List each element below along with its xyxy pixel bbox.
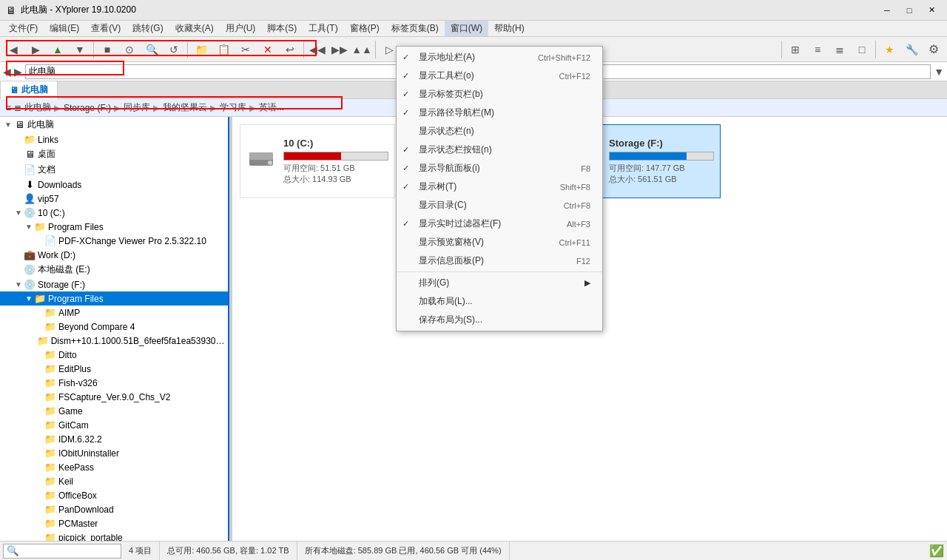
menu-row-item[interactable]: 显示树(T)Shift+F8 bbox=[397, 178, 602, 196]
menu-row-item[interactable]: 显示标签页栏(b) bbox=[397, 85, 602, 104]
menu-file[interactable]: 文件(F) bbox=[3, 21, 44, 36]
expand-icon[interactable]: ▼ bbox=[13, 280, 24, 289]
tree-item[interactable]: 👤vip57 bbox=[0, 192, 228, 206]
bc-part-study[interactable]: 学习库 bbox=[220, 101, 246, 114]
addr-fwd-icon[interactable]: ▶ bbox=[14, 66, 22, 78]
close-button[interactable]: ✕ bbox=[922, 3, 941, 18]
bc-part-computer[interactable]: 此电脑 bbox=[24, 101, 51, 114]
expand-icon[interactable]: ▼ bbox=[24, 294, 34, 303]
drive-item[interactable]: 10 (C:)可用空间: 51.51 GB总大小: 114.93 GB bbox=[240, 124, 395, 198]
addr-back-icon[interactable]: ◀ bbox=[3, 66, 11, 78]
view-btn1[interactable]: ⊞ bbox=[785, 39, 806, 60]
undo-button[interactable]: ↩ bbox=[280, 39, 300, 60]
tree-item[interactable]: 📄PDF-XChange Viewer Pro 2.5.322.10 bbox=[0, 234, 228, 248]
tree-item[interactable]: 💼Work (D:) bbox=[0, 248, 228, 262]
up-button[interactable]: ▲ bbox=[47, 39, 68, 60]
bc-part-sync[interactable]: 同步库 bbox=[124, 101, 150, 114]
menu-help[interactable]: 帮助(H) bbox=[488, 21, 530, 36]
menu-tabset[interactable]: 标签页集(B) bbox=[385, 21, 445, 36]
refresh-button[interactable]: ↺ bbox=[164, 39, 184, 60]
nav-fwd-button[interactable]: ▶▶ bbox=[329, 39, 350, 60]
folder-button[interactable]: 📁 bbox=[191, 39, 212, 60]
tree-item[interactable]: 📁FSCapture_Ver.9.0_Chs_V2 bbox=[0, 390, 228, 404]
tree-item[interactable]: 📁PanDownload bbox=[0, 502, 228, 516]
statusbar-search[interactable] bbox=[3, 544, 121, 559]
menu-row-item[interactable]: 显示信息面板(P)F12 bbox=[397, 252, 602, 270]
tree-item[interactable]: ▼💿Storage (F:) bbox=[0, 277, 228, 291]
tree-item[interactable]: 📁Game bbox=[0, 404, 228, 418]
tree-item[interactable]: 📁Links bbox=[0, 132, 228, 146]
tree-item[interactable]: 💿本地磁盘 (E:) bbox=[0, 262, 228, 277]
tree-item[interactable]: 📁EditPlus bbox=[0, 362, 228, 376]
nav-up-button[interactable]: ▲▲ bbox=[351, 39, 372, 60]
tree-item[interactable]: 📁picpick_portable bbox=[0, 530, 228, 541]
bc-part-nutcloud[interactable]: 我的坚果云 bbox=[163, 101, 207, 114]
menu-row-item[interactable]: 排列(G)▶ bbox=[397, 274, 602, 292]
forward-button[interactable]: ▶ bbox=[25, 39, 46, 60]
menu-row-item[interactable]: 显示状态栏按钮(n) bbox=[397, 141, 602, 159]
tree-item[interactable]: 📁Beyond Compare 4 bbox=[0, 320, 228, 334]
view-btn4[interactable]: □ bbox=[852, 39, 872, 60]
tree-item[interactable]: ⬇Downloads bbox=[0, 178, 228, 192]
delete-button[interactable]: ✕ bbox=[257, 39, 278, 60]
menu-edit[interactable]: 编辑(E) bbox=[44, 21, 85, 36]
search-button[interactable]: ⊙ bbox=[119, 39, 140, 60]
menu-row-item[interactable]: 显示目录(C)Ctrl+F8 bbox=[397, 196, 602, 215]
tree-item[interactable]: 📁AIMP bbox=[0, 306, 228, 320]
bookmark-button[interactable]: ★ bbox=[879, 39, 900, 60]
back-button[interactable]: ◀ bbox=[3, 39, 24, 60]
menu-row-item[interactable]: 显示导航面板(i)F8 bbox=[397, 159, 602, 178]
home-button[interactable]: ■ bbox=[97, 39, 118, 60]
nav-back-button[interactable]: ◀◀ bbox=[307, 39, 328, 60]
tree-item[interactable]: 📄文档 bbox=[0, 162, 228, 178]
tree-item[interactable]: 📁PCMaster bbox=[0, 516, 228, 530]
menu-view[interactable]: 查看(V) bbox=[85, 21, 127, 36]
tree-item[interactable]: 📁IDM.6.32.2 bbox=[0, 432, 228, 446]
menu-favorites[interactable]: 收藏夹(A) bbox=[169, 21, 220, 36]
tree-item[interactable]: 📁Dism++10.1.1000.51B_6feef5fa1ea53930ecd… bbox=[0, 334, 228, 348]
tree-item[interactable]: 📁Ditto bbox=[0, 348, 228, 362]
tools-button[interactable]: 🔧 bbox=[901, 39, 922, 60]
menu-row-item[interactable]: 显示地址栏(A)Ctrl+Shift+F12 bbox=[397, 48, 602, 67]
tree-item[interactable]: 🖥桌面 bbox=[0, 146, 228, 162]
view-btn2[interactable]: ≡ bbox=[807, 39, 828, 60]
tree-item[interactable]: 📁IObitUninstaller bbox=[0, 446, 228, 460]
menu-window[interactable]: 窗口(W) bbox=[445, 21, 488, 36]
minimize-button[interactable]: ─ bbox=[877, 3, 897, 18]
menu-pane[interactable]: 窗格(P) bbox=[344, 21, 385, 36]
tree-item[interactable]: ▼📁Program Files bbox=[0, 220, 228, 234]
bc-list-icon[interactable]: ≣ bbox=[14, 103, 21, 113]
menu-row-item[interactable]: 保存布局为(S)... bbox=[397, 311, 602, 329]
view-btn3[interactable]: ≣ bbox=[829, 39, 850, 60]
copy-button[interactable]: 📋 bbox=[213, 39, 234, 60]
menu-user[interactable]: 用户(U) bbox=[220, 21, 262, 36]
expand-icon[interactable]: ▼ bbox=[3, 121, 13, 129]
expand-icon[interactable]: ▼ bbox=[13, 209, 24, 217]
find-button[interactable]: 🔍 bbox=[141, 39, 162, 60]
cut-button[interactable]: ✂ bbox=[235, 39, 256, 60]
bc-menu-icon[interactable]: ≡ bbox=[6, 103, 11, 113]
menu-tools[interactable]: 工具(T) bbox=[303, 21, 343, 36]
menu-row-item[interactable]: 加载布局(L)... bbox=[397, 292, 602, 311]
tree-item[interactable]: 📁KeePass bbox=[0, 460, 228, 474]
tree-item[interactable]: ▼🖥此电脑 bbox=[0, 117, 228, 132]
tab-this-computer[interactable]: 🖥 此电脑 bbox=[0, 81, 58, 99]
menu-script[interactable]: 脚本(S) bbox=[261, 21, 303, 36]
tree-item[interactable]: ▼📁Program Files bbox=[0, 291, 228, 306]
down-button[interactable]: ▼ bbox=[70, 39, 90, 60]
addr-dropdown-icon[interactable]: ▼ bbox=[934, 66, 944, 78]
menu-row-item[interactable]: 显示实时过滤器栏(F)Alt+F3 bbox=[397, 215, 602, 233]
tree-item[interactable]: 📁GitCam bbox=[0, 418, 228, 432]
tree-item[interactable]: ▼💿10 (C:) bbox=[0, 206, 228, 220]
tree-item[interactable]: 📁Fish-v326 bbox=[0, 376, 228, 390]
menu-goto[interactable]: 跳转(G) bbox=[127, 21, 169, 36]
settings-button[interactable]: ⚙ bbox=[923, 39, 944, 60]
bc-part-storage[interactable]: Storage (F:) bbox=[64, 103, 111, 113]
bc-part-english[interactable]: 英语... bbox=[259, 101, 284, 114]
menu-row-item[interactable]: 显示工具栏(o)Ctrl+F12 bbox=[397, 67, 602, 85]
menu-row-item[interactable]: 显示预览窗格(V)Ctrl+F11 bbox=[397, 233, 602, 252]
maximize-button[interactable]: □ bbox=[900, 3, 919, 18]
menu-row-item[interactable]: 显示状态栏(n) bbox=[397, 122, 602, 141]
menu-row-item[interactable]: 显示路径导航栏(M) bbox=[397, 104, 602, 122]
tree-item[interactable]: 📁Keil bbox=[0, 474, 228, 488]
